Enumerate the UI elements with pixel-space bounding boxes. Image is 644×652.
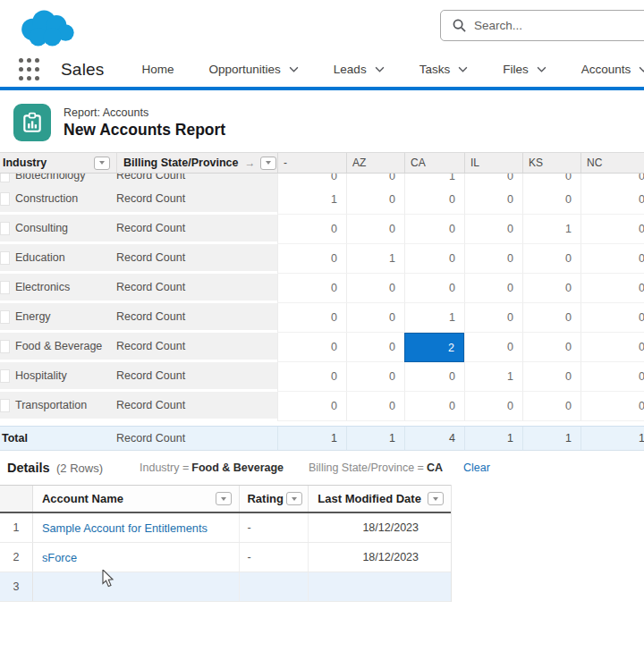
pivot-value-cell[interactable]: 0 (580, 174, 644, 185)
pivot-value-cell[interactable]: 0 (404, 244, 464, 274)
filter-icon[interactable] (94, 157, 110, 170)
industry-cell[interactable]: Biotechnology (15, 174, 116, 182)
pivot-value-cell[interactable]: 0 (346, 392, 404, 421)
pivot-value-cell[interactable]: 0 (522, 392, 580, 421)
industry-cell[interactable]: Food & Beverage (15, 340, 116, 352)
pivot-value-cell[interactable]: 0 (580, 274, 644, 303)
pivot-value-cell[interactable]: 1 (404, 174, 464, 185)
pivot-value-cell[interactable]: 1 (464, 362, 522, 392)
pivot-value-cell[interactable]: 1 (522, 215, 580, 244)
pivot-value-cell[interactable]: 0 (464, 303, 522, 333)
global-search-input[interactable]: Search... (440, 10, 644, 41)
pivot-value-cell[interactable]: 0 (580, 215, 644, 244)
pivot-value-cell[interactable]: 0 (404, 215, 464, 244)
filter-icon[interactable] (428, 492, 444, 505)
pivot-value-cell[interactable]: 0 (580, 185, 644, 215)
pivot-value-cell[interactable]: 0 (464, 333, 522, 362)
row-checkbox[interactable] (0, 310, 10, 324)
app-launcher-icon[interactable] (19, 58, 39, 81)
pivot-total-cell[interactable]: 1 (522, 427, 580, 450)
clear-filters-link[interactable]: Clear (463, 461, 490, 474)
state-column-header[interactable]: IL (464, 153, 522, 173)
last-modified-date-column-header[interactable]: Last Modified Date (308, 486, 451, 512)
chevron-down-icon[interactable] (289, 66, 299, 72)
nav-tab-accounts[interactable]: Accounts (581, 63, 644, 76)
row-checkbox[interactable] (0, 174, 10, 182)
pivot-value-cell[interactable]: 0 (277, 174, 346, 185)
pivot-value-cell[interactable]: 0 (346, 185, 404, 215)
row-checkbox[interactable] (0, 340, 10, 353)
account-name-link[interactable]: sForce (33, 543, 240, 572)
pivot-value-cell[interactable]: 0 (346, 274, 404, 303)
pivot-value-cell[interactable]: 0 (522, 274, 580, 303)
pivot-total-cell[interactable]: 4 (404, 427, 464, 450)
pivot-value-cell[interactable]: 0 (277, 303, 346, 333)
filter-icon[interactable] (260, 157, 276, 170)
pivot-value-cell[interactable]: 0 (404, 362, 464, 392)
pivot-total-cell[interactable]: 1 (464, 427, 522, 450)
nav-tab-tasks[interactable]: Tasks (419, 63, 469, 76)
industry-cell[interactable]: Consulting (15, 222, 116, 234)
pivot-value-cell[interactable]: 0 (346, 362, 404, 392)
pivot-value-cell[interactable]: 0 (464, 244, 522, 274)
pivot-value-cell[interactable]: 0 (580, 244, 644, 274)
state-column-header[interactable]: CA (404, 153, 464, 173)
pivot-value-cell[interactable]: 0 (346, 174, 404, 185)
pivot-value-cell[interactable]: 0 (277, 392, 346, 421)
pivot-value-cell[interactable]: 0 (346, 333, 404, 362)
chevron-down-icon[interactable] (458, 66, 468, 72)
pivot-value-cell[interactable]: 0 (277, 362, 346, 392)
row-checkbox[interactable] (0, 251, 10, 265)
chevron-down-icon[interactable] (375, 66, 385, 72)
pivot-total-cell[interactable]: 1 (346, 427, 404, 450)
pivot-value-cell[interactable]: 0 (464, 274, 522, 303)
row-checkbox[interactable] (0, 222, 10, 235)
pivot-value-cell[interactable]: 0 (404, 185, 464, 215)
pivot-value-cell[interactable]: 0 (522, 185, 580, 215)
industry-cell[interactable]: Transportation (15, 399, 116, 411)
pivot-value-cell[interactable]: 0 (464, 215, 522, 244)
industry-cell[interactable]: Education (15, 251, 116, 264)
billing-state-column-header[interactable]: Billing State/Province → (116, 153, 277, 173)
nav-tab-opportunities[interactable]: Opportunities (209, 63, 299, 76)
pivot-value-cell[interactable]: 0 (464, 174, 522, 185)
account-name-column-header[interactable]: Account Name (33, 492, 240, 505)
state-column-header[interactable]: NC (580, 153, 644, 173)
industry-column-header[interactable]: Industry (0, 157, 116, 170)
pivot-value-cell[interactable]: 0 (346, 215, 404, 244)
pivot-value-cell[interactable]: 0 (580, 303, 644, 333)
pivot-value-cell[interactable]: 0 (522, 362, 580, 392)
filter-icon[interactable] (286, 492, 302, 505)
state-column-header[interactable]: - (277, 153, 346, 173)
pivot-value-cell[interactable]: 0 (404, 392, 464, 421)
pivot-value-cell[interactable]: 0 (522, 174, 580, 185)
chevron-down-icon[interactable] (537, 66, 547, 72)
pivot-selected-cell[interactable]: 2 (404, 333, 464, 362)
pivot-value-cell[interactable]: 0 (522, 333, 580, 362)
pivot-value-cell[interactable]: 0 (277, 333, 346, 362)
pivot-value-cell[interactable]: 0 (580, 362, 644, 392)
pivot-value-cell[interactable]: 0 (522, 303, 580, 333)
pivot-value-cell[interactable]: 0 (464, 392, 522, 421)
account-name-link[interactable]: Sample Account for Entitlements (33, 513, 240, 542)
row-checkbox[interactable] (0, 192, 10, 206)
industry-cell[interactable]: Construction (15, 192, 116, 205)
pivot-value-cell[interactable]: 0 (580, 333, 644, 362)
pivot-value-cell[interactable]: 0 (580, 392, 644, 421)
pivot-value-cell[interactable]: 1 (277, 185, 346, 215)
pivot-value-cell[interactable]: 0 (277, 244, 346, 274)
pivot-value-cell[interactable]: 0 (464, 185, 522, 215)
pivot-total-cell[interactable]: 1 (277, 427, 346, 450)
pivot-value-cell[interactable]: 0 (404, 274, 464, 303)
pivot-value-cell[interactable]: 1 (404, 303, 464, 333)
pivot-value-cell[interactable]: 0 (277, 274, 346, 303)
pivot-value-cell[interactable]: 0 (346, 303, 404, 333)
row-checkbox[interactable] (0, 399, 10, 412)
nav-tab-files[interactable]: Files (503, 63, 547, 76)
row-checkbox[interactable] (0, 281, 10, 294)
state-column-header[interactable]: AZ (346, 153, 404, 173)
industry-cell[interactable]: Electronics (15, 281, 116, 293)
pivot-value-cell[interactable]: 0 (522, 244, 580, 274)
pivot-value-cell[interactable]: 1 (346, 244, 404, 274)
industry-cell[interactable]: Energy (15, 310, 116, 323)
